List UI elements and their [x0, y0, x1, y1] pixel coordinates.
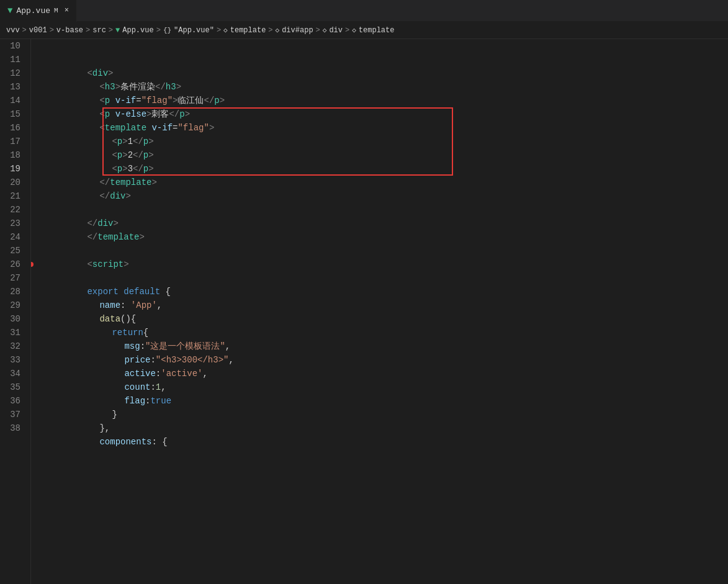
code-line-33: active:'active', [31, 353, 728, 367]
breadcrumb-sep-1: > [22, 26, 27, 35]
code-line-21 [31, 189, 728, 203]
code-line-37: }, [31, 408, 728, 421]
breadcrumb-tag-icon-2: ◇ [276, 26, 280, 34]
line-num-14: 14 [6, 94, 20, 107]
line-numbers: 10 11 12 13 14 15 16 17 18 19 20 21 22 2… [0, 39, 31, 584]
breadcrumb-sep-9: > [345, 26, 349, 35]
line-num-28: 28 [6, 285, 20, 299]
breadcrumb-sep-8: > [316, 26, 320, 35]
code-line-31: msg:"这是一个模板语法", [31, 326, 728, 339]
code-line-35: flag:true [31, 380, 728, 394]
code-line-17: <p>2</p> [31, 135, 728, 148]
code-line-12: <h3>条件渲染</h3> [31, 66, 728, 80]
tab-filename: App.vue [16, 6, 50, 16]
code-line-22: </div> [31, 203, 728, 217]
breadcrumb-template-1[interactable]: template [230, 26, 266, 35]
line-num-34: 34 [6, 367, 20, 380]
breadcrumb-vvv[interactable]: vvv [6, 26, 20, 35]
code-line-14: <p v-else>刺客</p> [31, 94, 728, 107]
line-num-15: 15 [6, 107, 20, 121]
code-line-29: data(){ [31, 299, 728, 312]
line-num-10: 10 [6, 39, 20, 53]
breadcrumb-divapp[interactable]: div#app [282, 26, 313, 35]
app-vue-tab[interactable]: ▼ App.vue M × [0, 0, 77, 22]
breadcrumb-tag-icon-3: ◇ [323, 26, 327, 34]
vue-icon: ▼ [7, 6, 12, 16]
code-line-16: <p>1</p> [31, 121, 728, 135]
breadcrumb-src[interactable]: src [92, 26, 106, 35]
line-num-24: 24 [6, 230, 20, 244]
line-num-33: 33 [6, 353, 20, 367]
code-line-25: <script> [31, 244, 728, 258]
code-line-20: </div> [31, 176, 728, 189]
tab-bar: ▼ App.vue M × [0, 0, 728, 22]
breadcrumb-tag-icon-1: ◇ [223, 26, 228, 34]
line-num-13: 13 [6, 80, 20, 94]
code-line-38: components: { [31, 421, 728, 435]
code-line-18: <p>3</p> [31, 148, 728, 162]
breadcrumb-sep-7: > [268, 26, 272, 35]
code-line-27: export default { [31, 271, 728, 285]
line-num-12: 12 [6, 66, 20, 80]
line-num-26: 26 [6, 258, 20, 271]
tab-modified-indicator: M [54, 7, 58, 14]
breadcrumb-vbase[interactable]: v-base [56, 26, 83, 35]
line-num-21: 21 [6, 189, 20, 203]
line-num-29: 29 [6, 299, 20, 312]
line-num-17: 17 [6, 135, 20, 148]
line-num-31: 31 [6, 326, 20, 339]
line-num-38: 38 [6, 421, 20, 435]
line-num-30: 30 [6, 312, 20, 326]
line-num-36: 36 [6, 394, 20, 408]
code-line-19: </template> [31, 162, 728, 176]
line-num-27: 27 [6, 271, 20, 285]
code-line-28: name: 'App', [31, 285, 728, 299]
line-num-37: 37 [6, 408, 20, 421]
breadcrumb-appvue-str[interactable]: "App.vue" [174, 26, 214, 35]
code-area[interactable]: <div> <h3>条件渲染</h3> <p v-if="flag">临江仙</… [31, 39, 728, 584]
line-num-22: 22 [6, 203, 20, 217]
breadcrumb-vue-icon: ▼ [115, 26, 120, 35]
line-num-11: 11 [6, 53, 20, 66]
code-line-26 [31, 258, 728, 271]
code-line-34: count:1, [31, 367, 728, 380]
breadcrumb-sep-5: > [156, 26, 161, 35]
line-num-18: 18 [6, 148, 20, 162]
line-num-20: 20 [6, 176, 20, 189]
line-num-16: 16 [6, 121, 20, 135]
breadcrumb-tag-icon-4: ◇ [352, 26, 356, 34]
breadcrumb-template-2[interactable]: template [359, 26, 395, 35]
breadcrumb-sep-3: > [86, 26, 90, 35]
line-num-32: 32 [6, 339, 20, 353]
code-line-13: <p v-if="flag">临江仙</p> [31, 80, 728, 94]
breadcrumb-appvue[interactable]: App.vue [122, 26, 153, 35]
breadcrumb-sep-6: > [217, 26, 221, 35]
breadcrumb-obj-icon: {} [163, 27, 171, 34]
line-num-25: 25 [6, 244, 20, 258]
breadcrumb: vvv > v001 > v-base > src > ▼ App.vue > … [0, 22, 728, 39]
code-line-10 [31, 39, 728, 53]
line-num-19: 19 [6, 162, 20, 176]
breadcrumb-div[interactable]: div [329, 26, 343, 35]
breadcrumb-sep-4: > [109, 26, 113, 35]
code-line-24 [31, 230, 728, 244]
code-line-32: price:"<h3>300</h3>", [31, 339, 728, 353]
line-num-23: 23 [6, 217, 20, 230]
line-num-35: 35 [6, 380, 20, 394]
code-line-11: <div> [31, 53, 728, 66]
breadcrumb-v001[interactable]: v001 [29, 26, 47, 35]
code-line-15: <template v-if="flag"> [31, 107, 728, 121]
breadcrumb-sep-2: > [50, 26, 54, 35]
code-line-23: </template> [31, 217, 728, 230]
editor: 10 11 12 13 14 15 16 17 18 19 20 21 22 2… [0, 39, 728, 584]
code-line-36: } [31, 394, 728, 408]
tab-close-button[interactable]: × [65, 6, 69, 15]
code-line-30: return{ [31, 312, 728, 326]
